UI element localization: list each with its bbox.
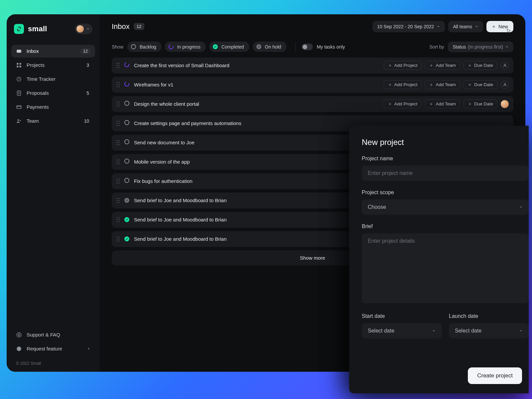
plus-icon [429, 64, 433, 67]
my-tasks-toggle[interactable] [302, 44, 313, 50]
sidebar-item-proposals[interactable]: Proposals 5 [11, 87, 95, 99]
plus-icon [492, 25, 496, 29]
page-title-badge: 12 [134, 23, 144, 30]
drag-handle[interactable] [116, 179, 120, 184]
inbox-icon [16, 48, 22, 54]
add-team-pill[interactable]: Add Team [425, 99, 460, 108]
svg-point-30 [119, 101, 120, 102]
plus-icon [388, 64, 392, 67]
filter-completed[interactable]: Completed [209, 42, 249, 52]
svg-point-16 [119, 63, 120, 64]
sidebar-item-team[interactable]: Team 10 [11, 115, 95, 127]
add-project-pill[interactable]: Add Project [384, 99, 422, 108]
assignee-empty[interactable] [501, 62, 509, 69]
launch-date-select[interactable]: Select date [449, 323, 529, 338]
svg-point-42 [119, 140, 120, 141]
sidebar-item-inbox[interactable]: Inbox 12 [11, 45, 95, 58]
svg-rect-0 [17, 50, 21, 53]
chevron-down-icon [519, 329, 523, 332]
drag-icon [116, 179, 120, 184]
svg-point-60 [119, 198, 120, 199]
sidebar-item-request[interactable]: Request feature [11, 342, 95, 355]
new-project-panel: New project Project name Project scope C… [349, 126, 529, 393]
svg-point-71 [117, 221, 118, 222]
filter-backlog[interactable]: Backlog [127, 42, 162, 52]
drag-handle[interactable] [116, 63, 120, 68]
svg-point-29 [117, 101, 118, 102]
drag-handle[interactable] [116, 121, 120, 126]
brand-logo [14, 24, 24, 34]
task-row[interactable]: Create the first version of Small Dashbo… [112, 58, 513, 73]
svg-point-23 [119, 82, 120, 83]
drag-icon [116, 82, 120, 87]
svg-rect-1 [17, 63, 18, 65]
brief-textarea[interactable] [362, 233, 529, 303]
add-project-pill[interactable]: Add Project [384, 61, 422, 70]
svg-point-34 [119, 105, 120, 106]
sidebar-count: 5 [86, 90, 90, 96]
project-scope-label: Project scope [362, 190, 529, 196]
drag-icon [116, 121, 120, 126]
drag-handle[interactable] [116, 159, 120, 165]
show-label: Show [112, 44, 123, 50]
plus-icon [388, 102, 392, 106]
project-name-input[interactable] [362, 166, 529, 181]
drag-icon [116, 140, 120, 145]
new-button[interactable]: New [486, 21, 513, 32]
filter-on-hold[interactable]: On hold [253, 42, 287, 52]
drag-handle[interactable] [116, 217, 120, 222]
svg-point-74 [119, 236, 120, 237]
sidebar-item-support[interactable]: Support & FAQ [11, 329, 95, 341]
plus-icon [468, 83, 472, 87]
svg-point-40 [119, 125, 120, 126]
svg-point-20 [119, 67, 120, 68]
chevron-down-icon [432, 329, 436, 332]
filter-in-progress[interactable]: In progress [165, 42, 206, 52]
sidebar-item-time-tracker[interactable]: Time Tracker [11, 73, 95, 85]
status-backlog-icon [124, 120, 129, 125]
sidebar: small Inbox 12 Projects 3 Time Tracker P… [7, 14, 100, 372]
drag-handle[interactable] [116, 236, 120, 242]
drag-icon [116, 63, 120, 68]
add-team-pill[interactable]: Add Team [425, 80, 460, 89]
status-done-icon [124, 217, 129, 222]
svg-point-55 [117, 181, 118, 182]
add-project-pill[interactable]: Add Project [384, 80, 422, 89]
cursor-icon [506, 28, 511, 34]
drag-handle[interactable] [116, 101, 120, 107]
drag-handle[interactable] [116, 198, 120, 203]
plus-icon [429, 83, 433, 87]
svg-point-51 [117, 163, 118, 164]
svg-point-62 [119, 200, 120, 201]
drag-handle[interactable] [116, 82, 120, 87]
clock-icon [16, 76, 22, 82]
svg-point-28 [504, 83, 505, 84]
sidebar-item-projects[interactable]: Projects 3 [11, 59, 95, 71]
start-date-label: Start date [362, 313, 442, 319]
due-date-pill[interactable]: Due Date [464, 99, 497, 108]
svg-point-18 [119, 65, 120, 66]
drag-handle[interactable] [116, 140, 120, 145]
sidebar-item-label: Request feature [27, 346, 62, 351]
date-range-picker[interactable]: 10 Sep 2022 - 20 Sep 2022 [372, 21, 445, 32]
task-row[interactable]: Design the whole client portalAdd Projec… [112, 96, 513, 112]
sidebar-item-payments[interactable]: Payments [11, 101, 95, 113]
assignee-avatar[interactable] [501, 100, 509, 108]
svg-rect-2 [20, 63, 21, 65]
due-date-pill[interactable]: Due Date [464, 80, 497, 89]
assignee-empty[interactable] [501, 81, 509, 89]
svg-point-41 [117, 140, 118, 141]
team-filter[interactable]: All teams [448, 21, 483, 32]
add-team-pill[interactable]: Add Team [425, 61, 460, 70]
user-menu[interactable] [75, 24, 92, 34]
svg-point-19 [117, 67, 118, 68]
status-progress-icon [124, 81, 130, 87]
sort-select[interactable]: Status (In progress first) [448, 42, 513, 52]
task-row[interactable]: Wireframes for v1Add ProjectAdd TeamDue … [112, 77, 513, 93]
create-project-button[interactable]: Create project [468, 367, 522, 384]
chevron-down-icon [475, 25, 478, 28]
project-scope-select[interactable]: Choose [362, 200, 529, 215]
start-date-select[interactable]: Select date [362, 323, 442, 338]
due-date-pill[interactable]: Due Date [464, 61, 497, 70]
drag-icon [116, 217, 120, 222]
